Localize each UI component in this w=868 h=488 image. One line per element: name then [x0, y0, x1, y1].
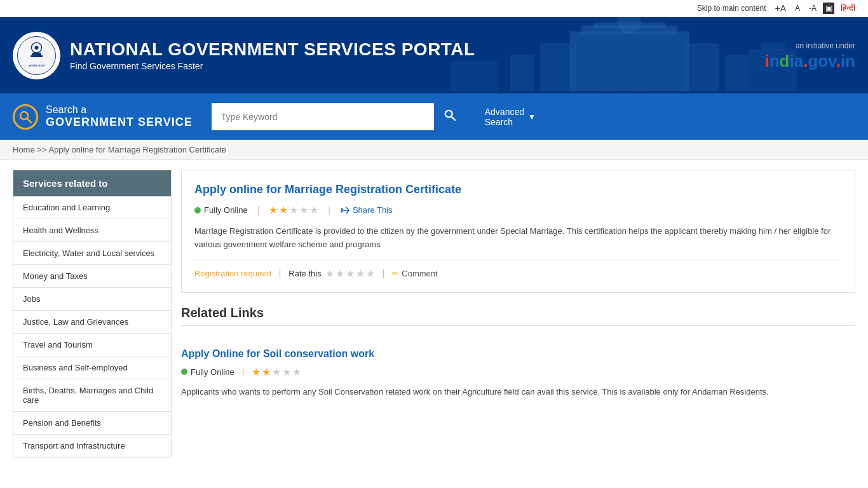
- r-star-3: ★: [272, 366, 281, 378]
- comment-button[interactable]: ✏ Comment: [392, 269, 437, 278]
- sidebar-item-health[interactable]: Health and Wellness: [13, 219, 171, 242]
- government-logo: सत्यमेव जयते: [13, 32, 60, 79]
- sidebar-item-justice[interactable]: Justice, Law and Grievances: [13, 311, 171, 334]
- related-meta-0: Fully Online | ★ ★ ★ ★ ★: [181, 366, 855, 378]
- r-star-2: ★: [262, 366, 271, 378]
- svg-rect-19: [32, 53, 41, 55]
- related-sep-0: |: [242, 367, 245, 377]
- sidebar-item-education[interactable]: Education and Learning: [13, 196, 171, 219]
- svg-point-26: [341, 208, 342, 210]
- svg-text:सत्यमेव जयते: सत्यमेव जयते: [28, 64, 44, 67]
- svg-line-25: [451, 117, 454, 120]
- search-input[interactable]: [212, 103, 434, 130]
- svg-rect-11: [510, 55, 534, 91]
- advanced-search[interactable]: Advanced Search ▼: [485, 107, 536, 127]
- rate-star-4[interactable]: ★: [356, 268, 365, 280]
- search-label: Search a GOVERNMENT SERVICE: [46, 104, 193, 129]
- sidebar-item-money[interactable]: Money and Taxes: [13, 265, 171, 288]
- online-label: Fully Online: [204, 205, 248, 215]
- site-name: NATIONAL GOVERNMENT SERVICES PORTAL: [70, 39, 475, 60]
- font-normal-button[interactable]: A: [792, 3, 803, 13]
- skip-to-content[interactable]: Skip to main content: [697, 4, 766, 13]
- sidebar-item-transport[interactable]: Transport and Infrastructure: [13, 435, 171, 457]
- related-item-title-0[interactable]: Apply Online for Soil conservation work: [181, 348, 855, 360]
- india-gov-logo[interactable]: india.gov.in: [764, 53, 855, 69]
- comment-label: Comment: [402, 269, 437, 278]
- related-description-0: Applicants who wants to perform any Soil…: [181, 386, 855, 399]
- initiative-text: an initiative under: [764, 41, 855, 50]
- related-links-divider: [181, 325, 855, 326]
- sidebar-item-travel[interactable]: Travel and Tourism: [13, 334, 171, 356]
- star-1: ★: [269, 204, 278, 216]
- rate-star-3[interactable]: ★: [346, 268, 355, 280]
- share-label: Share This: [353, 205, 393, 215]
- r-star-1: ★: [252, 366, 261, 378]
- contrast-button[interactable]: ▣: [823, 3, 834, 14]
- search-submit-button[interactable]: [434, 103, 466, 130]
- service-title[interactable]: Apply online for Marriage Registration C…: [194, 183, 842, 196]
- related-online-indicator-0: [181, 369, 187, 375]
- sidebar-item-jobs[interactable]: Jobs: [13, 288, 171, 311]
- breadcrumb: Home >> Apply online for Marriage Regist…: [0, 140, 868, 160]
- pencil-icon: ✏: [392, 269, 399, 278]
- sidebar-item-business[interactable]: Business and Self-employed: [13, 356, 171, 379]
- meta-separator-1: |: [257, 205, 260, 215]
- font-size-controls: +A A -A ▣: [772, 3, 834, 14]
- related-online-label-0: Fully Online: [191, 367, 234, 377]
- font-increase-button[interactable]: +A: [772, 3, 789, 14]
- service-card: Apply online for Marriage Registration C…: [181, 170, 855, 293]
- sidebar-item-births[interactable]: Births, Deaths, Marriages and Child care: [13, 379, 171, 412]
- online-indicator: [194, 207, 201, 214]
- share-button[interactable]: Share This: [340, 205, 393, 215]
- rate-stars[interactable]: ★ ★ ★ ★ ★: [325, 268, 375, 280]
- rate-star-2[interactable]: ★: [336, 268, 344, 280]
- india-gov-logo-text: india.gov.in: [764, 53, 855, 69]
- search-line1: Search a: [46, 104, 193, 116]
- svg-rect-20: [31, 55, 43, 57]
- svg-rect-3: [593, 22, 665, 28]
- fully-online-badge: Fully Online: [194, 205, 248, 215]
- search-line2: GOVERNMENT SERVICE: [46, 116, 193, 129]
- service-rating-stars: ★ ★ ★ ★ ★: [269, 204, 318, 216]
- rate-star-1[interactable]: ★: [325, 268, 334, 280]
- svg-rect-7: [618, 50, 630, 67]
- svg-rect-9: [599, 73, 611, 91]
- footer-separator-1: |: [279, 268, 281, 278]
- star-4: ★: [299, 204, 308, 216]
- breadcrumb-sep: >>: [37, 145, 46, 154]
- header-right: an initiative under india.gov.in: [764, 41, 855, 69]
- service-description: Marriage Registration Certificate is pro…: [194, 225, 842, 252]
- svg-rect-4: [539, 43, 575, 91]
- sidebar-item-electricity[interactable]: Electricity, Water and Local services: [13, 242, 171, 265]
- search-bar: Search a GOVERNMENT SERVICE Advanced Sea…: [0, 93, 868, 140]
- star-2: ★: [279, 204, 288, 216]
- breadcrumb-home[interactable]: Home: [13, 145, 35, 154]
- svg-rect-8: [635, 50, 648, 67]
- site-header: सत्यमेव जयते NATIONAL GOVERNMENT SERVICE…: [0, 17, 868, 93]
- advanced-search-label: Advanced Search: [485, 107, 524, 127]
- star-5: ★: [309, 204, 318, 216]
- sidebar-item-pension[interactable]: Pension and Benefits: [13, 412, 171, 435]
- advanced-search-arrow: ▼: [528, 112, 536, 121]
- rate-star-5[interactable]: ★: [366, 268, 375, 280]
- svg-rect-6: [599, 50, 611, 67]
- top-bar: Skip to main content +A A -A ▣ हिन्दी: [0, 0, 868, 17]
- search-icon: [13, 104, 38, 130]
- svg-line-23: [27, 119, 31, 123]
- header-left: सत्यमेव जयते NATIONAL GOVERNMENT SERVICE…: [13, 32, 475, 79]
- sidebar-header: Services related to: [13, 170, 171, 196]
- r-star-5: ★: [292, 366, 301, 378]
- search-input-wrap: [212, 103, 466, 130]
- svg-point-27: [341, 210, 342, 212]
- star-3: ★: [289, 204, 298, 216]
- font-decrease-button[interactable]: -A: [806, 3, 819, 13]
- footer-separator-2: |: [383, 268, 385, 278]
- breadcrumb-current: Apply online for Marriage Registration C…: [48, 145, 226, 154]
- sidebar: Services related to Education and Learni…: [13, 170, 172, 458]
- hindi-language-link[interactable]: हिन्दी: [841, 3, 855, 13]
- site-tagline: Find Government Services Faster: [70, 61, 475, 71]
- main-layout: Services related to Education and Learni…: [0, 160, 868, 467]
- search-label-area: Search a GOVERNMENT SERVICE: [13, 104, 193, 130]
- rate-section: Rate this ★ ★ ★ ★ ★: [288, 268, 374, 280]
- r-star-4: ★: [282, 366, 291, 378]
